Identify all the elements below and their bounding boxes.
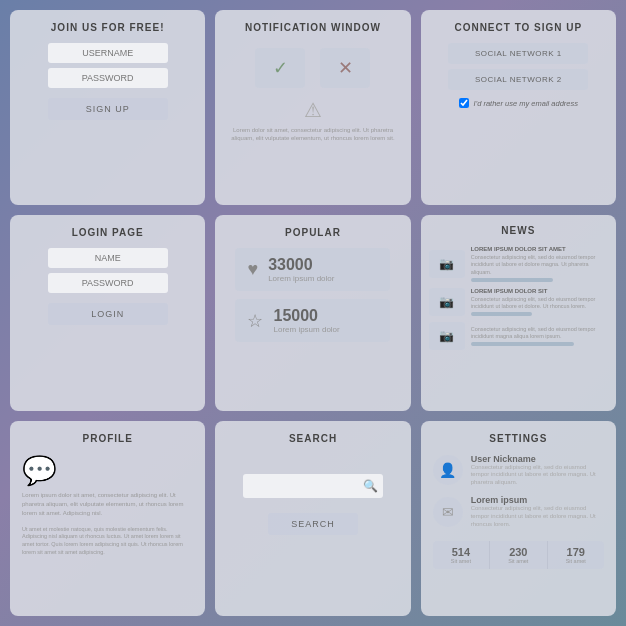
news-content-3: Consectetur adipiscing elit, sed do eius… xyxy=(471,326,608,346)
news-item-3: 📷 Consectetur adipiscing elit, sed do ei… xyxy=(429,322,608,350)
profile-text-1: Lorem ipsum dolor sit amet, consectetur … xyxy=(22,491,193,518)
profile-chat-icon: 💬 xyxy=(22,454,57,487)
news-bar-1 xyxy=(471,278,553,282)
news-item-title-2: LOREM IPSUM DOLOR SIT xyxy=(471,288,608,294)
search-icon: 🔍 xyxy=(363,479,378,493)
news-content-1: LOREM IPSUM DOLOR SIT AMET Consectetur a… xyxy=(471,246,608,281)
notification-title: NOTIFICATION WINDOW xyxy=(245,22,381,33)
news-item-text-1: Consectetur adipiscing elit, sed do eius… xyxy=(471,254,608,275)
profile-title: PROFILE xyxy=(82,433,132,444)
notification-panel: NOTIFICATION WINDOW ✓ ✕ ⚠ Lorem dolor si… xyxy=(215,10,410,205)
user-nickname: User Nickname xyxy=(471,454,604,464)
user-nickname-desc: Consectetur adipiscing elit, sed do eius… xyxy=(471,464,604,487)
star-icon: ☆ xyxy=(247,310,263,332)
notification-buttons: ✓ ✕ xyxy=(255,48,370,88)
popular-label-1: Lorem ipsum dolor xyxy=(268,274,334,283)
login-title: LOGIN PAGE xyxy=(72,227,144,238)
email-checkbox[interactable] xyxy=(459,98,469,108)
news-bar-3 xyxy=(471,342,574,346)
settings-stats: 514 Sit amet 230 Sit amet 179 Sit amet xyxy=(433,541,604,569)
popular-item-1: ♥ 33000 Lorem ipsum dolor xyxy=(235,248,390,291)
stats-label-1: Sit amet xyxy=(436,558,486,564)
network2-button[interactable]: SOCIAL NETWORK 2 xyxy=(448,69,588,90)
settings-lorem-info: Lorem ipsum Consectetur adipiscing elit,… xyxy=(471,495,604,528)
search-input[interactable] xyxy=(251,481,363,491)
stats-item-3: 179 Sit amet xyxy=(548,541,604,569)
stats-label-3: Sit amet xyxy=(551,558,601,564)
password-input[interactable] xyxy=(48,68,168,88)
news-item-2: 📷 LOREM IPSUM DOLOR SIT Consectetur adip… xyxy=(429,288,608,316)
popular-count-1: 33000 xyxy=(268,256,334,274)
news-item-text-2: Consectetur adipiscing elit, sed do eius… xyxy=(471,296,608,310)
popular-item-2: ☆ 15000 Lorem ipsum dolor xyxy=(235,299,390,342)
search-box: 🔍 xyxy=(243,474,383,498)
settings-user-info: User Nickname Consectetur adipiscing eli… xyxy=(471,454,604,487)
search-button[interactable]: SEARCH xyxy=(268,513,358,535)
stats-item-1: 514 Sit amet xyxy=(433,541,490,569)
login-panel: LOGIN PAGE LOGIN xyxy=(10,215,205,410)
popular-count-2: 15000 xyxy=(273,307,339,325)
check-icon: ✓ xyxy=(273,57,288,79)
name-input[interactable] xyxy=(48,248,168,268)
user-avatar: 👤 xyxy=(433,455,463,485)
news-panel: NEWS 📷 LOREM IPSUM DOLOR SIT AMET Consec… xyxy=(421,215,616,410)
x-button[interactable]: ✕ xyxy=(320,48,370,88)
heart-icon: ♥ xyxy=(247,259,258,280)
popular-title: POPULAR xyxy=(285,227,341,238)
mail-avatar: ✉ xyxy=(433,497,463,527)
news-title: NEWS xyxy=(501,225,535,236)
stats-num-1: 514 xyxy=(436,546,486,558)
popular-panel: POPULAR ♥ 33000 Lorem ipsum dolor ☆ 1500… xyxy=(215,215,410,410)
stats-item-2: 230 Sit amet xyxy=(490,541,547,569)
news-item-title-1: LOREM IPSUM DOLOR SIT AMET xyxy=(471,246,608,252)
search-title: SEARCH xyxy=(289,433,337,444)
news-image-3: 📷 xyxy=(429,322,465,350)
join-panel: JOIN US FOR FREE! SIGN UP xyxy=(10,10,205,205)
search-panel: SEARCH 🔍 SEARCH xyxy=(215,421,410,616)
profile-panel: PROFILE 💬 Lorem ipsum dolor sit amet, co… xyxy=(10,421,205,616)
login-button[interactable]: LOGIN xyxy=(48,303,168,325)
connect-title: CONNECT TO SIGN UP xyxy=(454,22,582,33)
settings-user-row: 👤 User Nickname Consectetur adipiscing e… xyxy=(433,454,604,487)
news-item-text-3: Consectetur adipiscing elit, sed do eius… xyxy=(471,326,608,340)
stats-num-2: 230 xyxy=(493,546,543,558)
lorem-desc: Consectetur adipiscing elit, sed do eius… xyxy=(471,505,604,528)
email-label: I'd rather use my email address xyxy=(474,99,578,108)
check-button[interactable]: ✓ xyxy=(255,48,305,88)
settings-panel: SETTINGS 👤 User Nickname Consectetur adi… xyxy=(421,421,616,616)
stats-num-3: 179 xyxy=(551,546,601,558)
username-input[interactable] xyxy=(48,43,168,63)
news-item-1: 📷 LOREM IPSUM DOLOR SIT AMET Consectetur… xyxy=(429,246,608,281)
network1-button[interactable]: SOCIAL NETWORK 1 xyxy=(448,43,588,64)
news-image-1: 📷 xyxy=(429,250,465,278)
settings-title: SETTINGS xyxy=(489,433,547,444)
x-icon: ✕ xyxy=(338,57,353,79)
news-content-2: LOREM IPSUM DOLOR SIT Consectetur adipis… xyxy=(471,288,608,316)
login-password-input[interactable] xyxy=(48,273,168,293)
news-bar-2 xyxy=(471,312,533,316)
lorem-title: Lorem ipsum xyxy=(471,495,604,505)
settings-mail-row: ✉ Lorem ipsum Consectetur adipiscing eli… xyxy=(433,495,604,528)
popular-label-2: Lorem ipsum dolor xyxy=(273,325,339,334)
notification-text: Lorem dolor sit amet, consectetur adipis… xyxy=(227,126,398,143)
join-title: JOIN US FOR FREE! xyxy=(51,22,165,33)
email-option: I'd rather use my email address xyxy=(459,98,578,108)
warning-icon: ⚠ xyxy=(304,98,322,122)
connect-panel: CONNECT TO SIGN UP SOCIAL NETWORK 1 SOCI… xyxy=(421,10,616,205)
stats-label-2: Sit amet xyxy=(493,558,543,564)
profile-text-2: Ut amet et molestie natoque, quis molest… xyxy=(22,526,193,557)
news-image-2: 📷 xyxy=(429,288,465,316)
signup-button[interactable]: SIGN UP xyxy=(48,98,168,120)
